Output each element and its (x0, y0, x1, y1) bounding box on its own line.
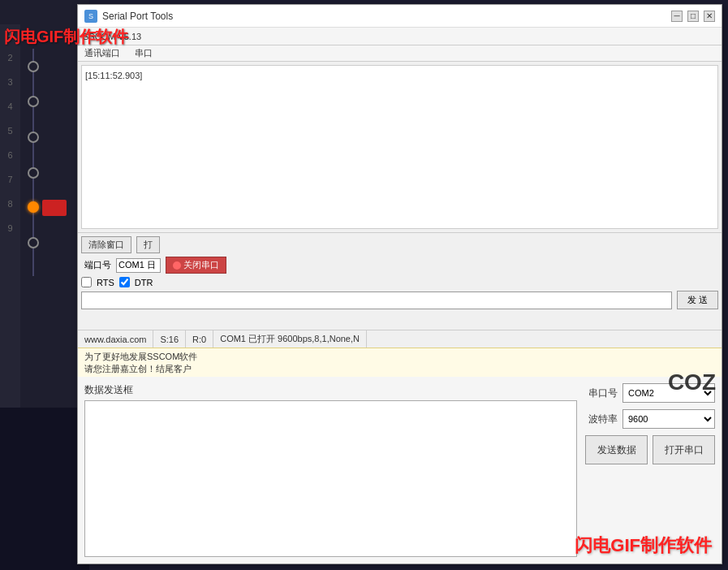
watermark-bottom-right: 闪电GIF制作软件 (575, 533, 712, 558)
upgrade-line-1: 为了更好地发展SSCOM软件 (84, 351, 715, 363)
minimize-button[interactable]: ─ (671, 11, 683, 22)
status-r: R:0 (186, 330, 213, 348)
send-textarea-area: 数据发送框 (84, 383, 577, 557)
open-port-button[interactable]: 打开串口 (653, 435, 715, 464)
data-send-textarea[interactable] (84, 400, 577, 557)
right-controls: 串口号 COM2 波特率 9600 发送数据 打开串口 (585, 383, 715, 557)
window-title: Serial Port Tools (102, 11, 671, 22)
connector-node-6 (28, 237, 39, 248)
baud-select-row: 波特率 9600 (585, 409, 715, 429)
print-button[interactable]: 打 (136, 236, 160, 253)
sscom-bottom-controls: 清除窗口 打 端口号 关闭串口 R (78, 232, 722, 330)
baud-select[interactable]: 9600 (622, 409, 715, 429)
port-number-label: 端口号 (84, 259, 111, 271)
rts-checkbox[interactable] (81, 277, 92, 287)
send-input-row: 发 送 (81, 291, 718, 309)
red-highlight-block (42, 200, 67, 216)
close-port-icon (173, 261, 181, 270)
sscom-area: SSCOM V5.13 通讯端口 串口 [15:11:52.903] 清除窗口 … (78, 28, 722, 377)
status-bar: www.daxia.com S:16 R:0 COM1 已打开 9600bps,… (78, 330, 722, 348)
upgrade-banner: 为了更好地发展SSCOM软件 请您注册嘉立创！结尾客户 (78, 348, 722, 377)
log-line-1: [15:11:52.903] (85, 69, 714, 82)
connector-node-5-active (28, 201, 39, 213)
coz-text: COZ (668, 369, 716, 395)
connector-node-3 (28, 132, 39, 143)
port-control-row: 端口号 关闭串口 (81, 257, 718, 274)
serial-port-tools-window: S Serial Port Tools ─ □ ✕ SSCOM V5.13 (77, 4, 722, 564)
port-select-label: 串口号 (585, 386, 618, 400)
watermark-top-left: 闪电GIF制作软件 (4, 26, 128, 48)
checkbox-row: RTS DTR (81, 277, 718, 287)
data-send-label: 数据发送框 (84, 383, 577, 397)
rts-label: RTS (97, 278, 114, 287)
dtr-checkbox[interactable] (119, 277, 130, 287)
dtr-label: DTR (135, 278, 153, 287)
send-text-input[interactable] (81, 291, 672, 309)
window-icon: S (84, 10, 97, 23)
title-bar: S Serial Port Tools ─ □ ✕ (78, 5, 722, 28)
port-number-input[interactable] (116, 258, 161, 273)
menu-comm-port[interactable]: 通讯端口 (81, 47, 123, 59)
menu-serial[interactable]: 串口 (131, 47, 156, 59)
send-button[interactable]: 发 送 (677, 291, 718, 309)
send-data-button[interactable]: 发送数据 (585, 435, 648, 464)
baud-select-label: 波特率 (585, 412, 618, 426)
maximize-button[interactable]: □ (687, 11, 699, 22)
upgrade-line-2: 请您注册嘉立创！结尾客户 (84, 363, 715, 375)
status-website: www.daxia.com (78, 330, 153, 348)
dark-bottom-panel (0, 408, 89, 570)
window-controls: ─ □ ✕ (671, 11, 715, 22)
connector-node-4 (28, 167, 39, 179)
clear-window-button[interactable]: 清除窗口 (81, 236, 131, 253)
close-button[interactable]: ✕ (704, 11, 715, 22)
sscom-title-bar: SSCOM V5.13 (78, 28, 722, 45)
action-buttons-row: 发送数据 打开串口 (585, 435, 715, 464)
status-port-info: COM1 已打开 9600bps,8,1,None,N (213, 330, 367, 348)
connector-node-2 (28, 96, 39, 107)
window-body: SSCOM V5.13 通讯端口 串口 [15:11:52.903] 清除窗口 … (78, 28, 722, 564)
receive-area: [15:11:52.903] (81, 65, 718, 229)
connector-node-1 (28, 61, 39, 72)
close-port-button[interactable]: 关闭串口 (166, 257, 226, 274)
status-s: S:16 (153, 330, 186, 348)
bottom-row-1: 清除窗口 打 (81, 236, 718, 253)
sscom-menu-bar: 通讯端口 串口 (78, 45, 722, 62)
